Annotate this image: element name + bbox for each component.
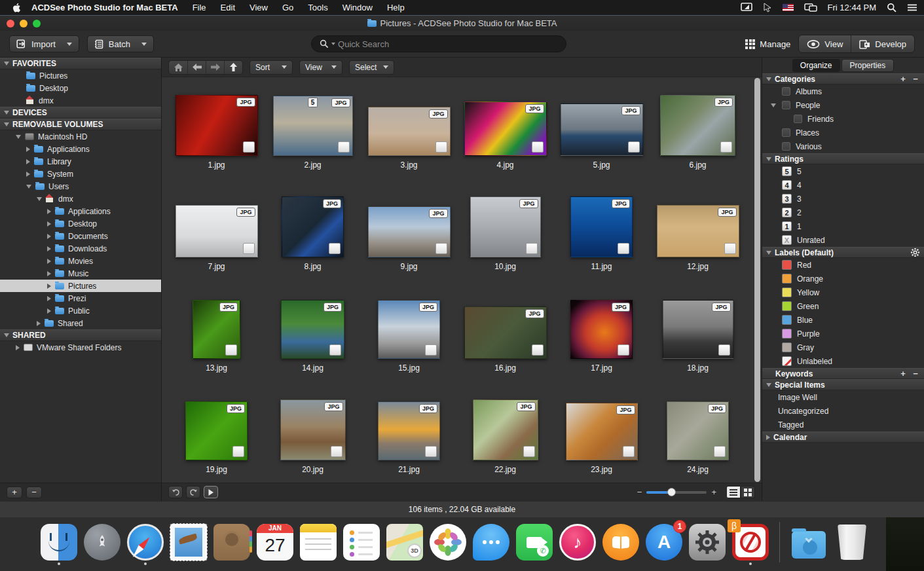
- menu-app-name[interactable]: ACDSee Photo Studio for Mac BETA: [31, 3, 178, 12]
- add-favorite-button[interactable]: +: [7, 487, 22, 498]
- photo-item[interactable]: JPG15.jpg: [361, 288, 457, 390]
- zoom-slider[interactable]: [646, 491, 707, 494]
- slideshow-button[interactable]: [204, 486, 218, 498]
- photo-item[interactable]: JPG21.jpg: [361, 390, 457, 483]
- keyboard-layout-flag-icon[interactable]: [783, 3, 794, 12]
- sidebar-item-dmx-favorite[interactable]: dmx: [0, 94, 161, 107]
- select-checkbox[interactable]: [720, 141, 732, 153]
- photo-thumbnail[interactable]: JPG: [368, 206, 451, 257]
- dock-ibooks-icon[interactable]: [602, 524, 639, 561]
- rating-1[interactable]: 11: [762, 219, 924, 233]
- photo-item[interactable]: JPG11.jpg: [553, 187, 650, 288]
- category-friends[interactable]: Friends: [762, 112, 924, 126]
- remove-keyword-button[interactable]: −: [911, 369, 920, 378]
- photo-item[interactable]: JPG7.jpg: [168, 187, 265, 288]
- batch-button[interactable]: Batch: [87, 35, 154, 52]
- photo-thumbnail[interactable]: JPG: [566, 403, 638, 460]
- sidebar-item-user-music[interactable]: Music: [0, 267, 161, 280]
- dock-reminders-icon[interactable]: [343, 524, 380, 561]
- zoom-in-icon[interactable]: +: [711, 487, 716, 497]
- select-checkbox[interactable]: [724, 243, 736, 254]
- dock-facetime-icon[interactable]: ✆: [516, 524, 553, 561]
- albums-checkbox[interactable]: [782, 87, 790, 96]
- photo-item[interactable]: JPG24.jpg: [650, 390, 746, 483]
- spotlight-search-icon[interactable]: [887, 3, 896, 12]
- special-items-section-header[interactable]: Special Items: [762, 379, 924, 390]
- remove-category-button[interactable]: −: [911, 74, 920, 84]
- photo-thumbnail[interactable]: JPG: [368, 107, 451, 156]
- back-button[interactable]: [187, 61, 206, 74]
- photo-item[interactable]: JPG8.jpg: [265, 187, 361, 288]
- label-gray[interactable]: Gray: [762, 341, 924, 354]
- forward-button[interactable]: [206, 61, 224, 74]
- import-button[interactable]: Import: [9, 35, 79, 52]
- view-dropdown[interactable]: View: [299, 60, 342, 75]
- zoom-slider-knob[interactable]: [667, 488, 676, 496]
- photo-item[interactable]: JPG1.jpg: [168, 85, 265, 187]
- dock-notes-icon[interactable]: [300, 524, 337, 561]
- select-checkbox[interactable]: [628, 141, 640, 153]
- quick-search-input[interactable]: Quick Search: [311, 35, 566, 52]
- up-button[interactable]: [224, 61, 242, 74]
- shared-section-header[interactable]: SHARED: [0, 329, 161, 341]
- sidebar-item-users[interactable]: Users: [0, 180, 161, 193]
- select-checkbox[interactable]: [526, 243, 538, 254]
- sidebar-item-user-applications[interactable]: Applications: [0, 205, 161, 217]
- mode-view-button[interactable]: View: [799, 35, 851, 52]
- photo-thumbnail[interactable]: JPG: [663, 300, 733, 359]
- people-checkbox[interactable]: [782, 101, 790, 109]
- photo-thumbnail[interactable]: JPG: [473, 399, 538, 460]
- special-item-tagged[interactable]: Tagged: [762, 418, 924, 432]
- close-window-button[interactable]: [7, 20, 14, 28]
- label-red[interactable]: Red: [762, 258, 924, 272]
- select-checkbox[interactable]: [331, 446, 342, 457]
- dock-system-preferences-icon[interactable]: [689, 524, 726, 561]
- removable-volumes-section-header[interactable]: REMOVABLE VOLUMES: [0, 119, 161, 130]
- select-checkbox[interactable]: [425, 446, 437, 457]
- scrollbar-thumb[interactable]: [754, 78, 760, 482]
- sidebar-item-user-public[interactable]: Public: [0, 304, 161, 317]
- select-dropdown[interactable]: Select: [349, 60, 394, 75]
- menu-edit[interactable]: Edit: [221, 3, 235, 12]
- photo-item[interactable]: JPG5.jpg: [553, 85, 650, 187]
- labels-section-header[interactable]: Labels (Default): [762, 247, 924, 258]
- photo-thumbnail[interactable]: JPG: [657, 205, 739, 257]
- rating-4[interactable]: 44: [762, 178, 924, 192]
- select-checkbox[interactable]: [532, 141, 544, 153]
- select-checkbox[interactable]: [232, 446, 244, 457]
- vertical-scrollbar[interactable]: [754, 77, 760, 483]
- photo-thumbnail[interactable]: JPG: [464, 306, 547, 359]
- sidebar-item-pictures-favorite[interactable]: Pictures: [0, 69, 161, 82]
- dock-contacts-icon[interactable]: [213, 524, 250, 561]
- sidebar-item-shared-folder[interactable]: Shared: [0, 317, 161, 329]
- sort-dropdown[interactable]: Sort: [249, 60, 293, 75]
- friends-checkbox[interactable]: [794, 115, 802, 123]
- dock-safari-icon[interactable]: [127, 524, 164, 561]
- photo-item[interactable]: JPG23.jpg: [553, 390, 650, 483]
- ratings-section-header[interactable]: Ratings: [762, 153, 924, 164]
- mode-manage-button[interactable]: Manage: [737, 35, 798, 53]
- photo-thumbnail[interactable]: JPG: [570, 196, 633, 257]
- sidebar-item-user-prezi[interactable]: Prezi: [0, 292, 161, 304]
- dock-appstore-icon[interactable]: A1: [646, 524, 682, 561]
- dock-calendar-icon[interactable]: JAN27: [257, 524, 293, 561]
- label-purple[interactable]: Purple: [762, 327, 924, 341]
- photo-item[interactable]: JPG22.jpg: [457, 390, 553, 483]
- window-title-bar[interactable]: Pictures - ACDSee Photo Studio for Mac B…: [0, 15, 924, 31]
- dock-maps-icon[interactable]: 3D: [386, 524, 423, 561]
- special-item-uncategorized[interactable]: Uncategorized: [762, 404, 924, 418]
- select-checkbox[interactable]: [329, 243, 341, 254]
- dock-mail-icon[interactable]: [170, 524, 207, 561]
- label-orange[interactable]: Orange: [762, 272, 924, 286]
- photo-item[interactable]: JPG9.jpg: [361, 187, 457, 288]
- select-checkbox[interactable]: [225, 344, 237, 356]
- photo-thumbnail[interactable]: JPG: [378, 300, 440, 359]
- photo-thumbnail[interactable]: 5JPG: [273, 96, 353, 156]
- photo-thumbnail[interactable]: JPG: [561, 103, 643, 156]
- mode-develop-button[interactable]: Develop: [851, 35, 914, 52]
- tab-organize[interactable]: Organize: [792, 59, 840, 72]
- photo-thumbnail[interactable]: JPG: [570, 300, 633, 359]
- dock-downloads-folder-icon[interactable]: [790, 524, 827, 561]
- category-various[interactable]: Various: [762, 139, 924, 153]
- rotate-right-button[interactable]: [186, 486, 200, 498]
